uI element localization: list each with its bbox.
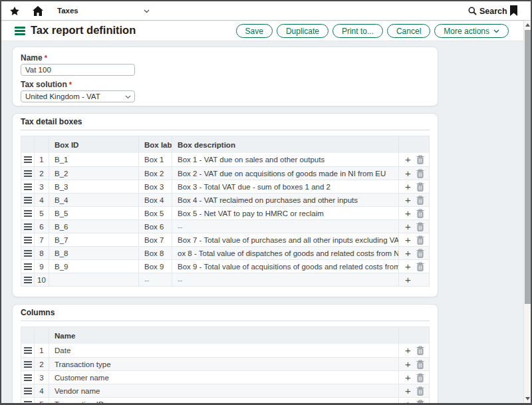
box-description-cell[interactable]: -- bbox=[172, 273, 399, 286]
bookmark-icon[interactable] bbox=[510, 5, 517, 16]
trash-icon[interactable] bbox=[416, 386, 424, 396]
trash-icon[interactable] bbox=[416, 400, 424, 405]
trash-icon[interactable] bbox=[416, 209, 424, 218]
tax-solution-select[interactable]: United Kingdom - VAT bbox=[21, 90, 135, 102]
box-id-cell[interactable]: B_3 bbox=[49, 180, 139, 193]
drag-handle[interactable] bbox=[21, 233, 35, 246]
scroll-down-arrow-icon[interactable] bbox=[525, 397, 530, 400]
box-id-cell[interactable]: B_9 bbox=[49, 260, 139, 273]
drag-handle[interactable] bbox=[21, 180, 35, 193]
trash-icon[interactable] bbox=[416, 196, 424, 205]
box-label-cell[interactable]: Box 9 bbox=[139, 260, 172, 273]
box-id-cell[interactable]: B_4 bbox=[49, 194, 139, 206]
column-name-cell[interactable]: Vendor name bbox=[49, 384, 399, 397]
add-row-icon[interactable]: + bbox=[405, 275, 411, 285]
drag-handle[interactable] bbox=[21, 260, 35, 273]
add-row-icon[interactable]: + bbox=[405, 400, 411, 405]
drag-handle[interactable] bbox=[21, 273, 35, 286]
box-label-cell[interactable]: Box 5 bbox=[139, 207, 172, 219]
box-label-cell[interactable]: Box 3 bbox=[139, 180, 172, 193]
box-description-cell[interactable]: Box 7 - Total value of purchases and all… bbox=[172, 233, 399, 246]
nav-menu-taxes[interactable]: Taxes bbox=[57, 7, 78, 15]
add-row-icon[interactable]: + bbox=[405, 182, 411, 192]
drag-handle[interactable] bbox=[21, 371, 35, 384]
box-description-cell[interactable]: Box 4 - VAT reclaimed on purchases and o… bbox=[172, 194, 399, 206]
box-label-cell[interactable]: Box 4 bbox=[139, 194, 172, 206]
add-row-icon[interactable]: + bbox=[405, 386, 411, 396]
drag-handle[interactable] bbox=[21, 344, 35, 357]
box-description-cell[interactable]: Box 1 - VAT due on sales and other outpu… bbox=[172, 153, 399, 166]
add-row-icon[interactable]: + bbox=[405, 209, 411, 218]
drag-handle[interactable] bbox=[21, 194, 35, 206]
name-input[interactable] bbox=[21, 64, 135, 76]
trash-icon[interactable] bbox=[416, 262, 424, 271]
trash-icon[interactable] bbox=[416, 360, 424, 369]
box-label-cell[interactable]: Box 7 bbox=[139, 233, 172, 246]
add-row-icon[interactable]: + bbox=[405, 360, 411, 369]
drag-handle[interactable] bbox=[21, 247, 35, 259]
trash-icon[interactable] bbox=[416, 169, 424, 178]
add-row-icon[interactable]: + bbox=[405, 262, 411, 271]
save-button[interactable]: Save bbox=[236, 24, 273, 38]
box-description-cell[interactable]: Box 3 - Total VAT due - sum of boxes 1 a… bbox=[172, 180, 399, 193]
add-row-icon[interactable]: + bbox=[405, 169, 411, 178]
print-to-button[interactable]: Print to... bbox=[332, 24, 383, 38]
add-row-icon[interactable]: + bbox=[405, 222, 411, 231]
box-id-cell[interactable]: B_6 bbox=[49, 220, 139, 233]
trash-icon[interactable] bbox=[416, 222, 424, 231]
box-description-cell[interactable]: ox 8 - Total value of dispatches of good… bbox=[172, 247, 399, 259]
trash-icon[interactable] bbox=[416, 373, 424, 382]
box-id-cell[interactable]: B_2 bbox=[49, 167, 139, 180]
add-row-icon[interactable]: + bbox=[405, 346, 411, 355]
box-label-cell[interactable]: Box 2 bbox=[139, 167, 172, 180]
duplicate-button[interactable]: Duplicate bbox=[277, 24, 329, 38]
nav-chevron-down-icon[interactable] bbox=[144, 9, 150, 13]
box-id-cell[interactable]: B_1 bbox=[49, 153, 139, 166]
row-actions: + bbox=[399, 358, 429, 370]
add-row-icon[interactable]: + bbox=[405, 249, 411, 258]
box-label-cell[interactable]: Box 1 bbox=[139, 153, 172, 166]
drag-handle[interactable] bbox=[21, 167, 35, 180]
box-description-cell[interactable]: Box 2 - VAT due on acquisitions of goods… bbox=[172, 167, 399, 180]
trash-icon[interactable] bbox=[416, 182, 424, 192]
box-label-cell[interactable]: Box 6 bbox=[139, 220, 172, 233]
box-description-cell[interactable]: -- bbox=[172, 220, 399, 233]
add-row-icon[interactable]: + bbox=[405, 155, 411, 164]
columns-table-header: Name bbox=[21, 327, 429, 344]
scrollbar-thumb[interactable] bbox=[525, 30, 531, 304]
drag-handle[interactable] bbox=[21, 153, 35, 166]
box-id-cell[interactable]: B_5 bbox=[49, 207, 139, 219]
drag-handle[interactable] bbox=[21, 220, 35, 233]
box-id-cell[interactable] bbox=[49, 273, 139, 286]
drag-handle[interactable] bbox=[21, 207, 35, 219]
add-row-icon[interactable]: + bbox=[405, 373, 411, 382]
column-name-cell[interactable]: Date bbox=[49, 344, 399, 357]
trash-icon[interactable] bbox=[416, 346, 424, 355]
drag-handle[interactable] bbox=[21, 358, 35, 370]
box-label-cell[interactable]: Box 8 bbox=[139, 247, 172, 259]
trash-icon[interactable] bbox=[416, 235, 424, 245]
record-list-icon[interactable] bbox=[15, 27, 25, 35]
add-row-icon[interactable]: + bbox=[405, 196, 411, 205]
column-name-cell[interactable]: Customer name bbox=[49, 371, 399, 384]
column-name-cell[interactable]: Transaction ID bbox=[49, 398, 399, 405]
box-label-cell[interactable]: -- bbox=[139, 273, 172, 286]
drag-handle[interactable] bbox=[21, 384, 35, 397]
trash-icon[interactable] bbox=[416, 155, 424, 164]
more-actions-button[interactable]: More actions bbox=[434, 24, 509, 38]
vertical-scrollbar[interactable] bbox=[523, 21, 531, 403]
scroll-up-arrow-icon[interactable] bbox=[525, 23, 530, 27]
box-id-cell[interactable]: B_8 bbox=[49, 247, 139, 259]
add-row-icon[interactable]: + bbox=[405, 235, 411, 245]
trash-icon[interactable] bbox=[416, 249, 424, 258]
cancel-button[interactable]: Cancel bbox=[387, 24, 430, 38]
favorite-star-icon[interactable] bbox=[10, 7, 19, 15]
box-description-cell[interactable]: Box 5 - Net VAT to pay to HMRC or reclai… bbox=[172, 207, 399, 219]
box-id-cell[interactable]: B_7 bbox=[49, 233, 139, 246]
home-icon[interactable] bbox=[33, 6, 43, 16]
drag-handle[interactable] bbox=[21, 398, 35, 405]
search-label[interactable]: Search bbox=[479, 7, 507, 16]
box-description-cell[interactable]: Box 9 - Total value of acquisitions of g… bbox=[172, 260, 399, 273]
search-icon[interactable] bbox=[468, 7, 477, 15]
column-name-cell[interactable]: Transaction type bbox=[49, 358, 399, 370]
